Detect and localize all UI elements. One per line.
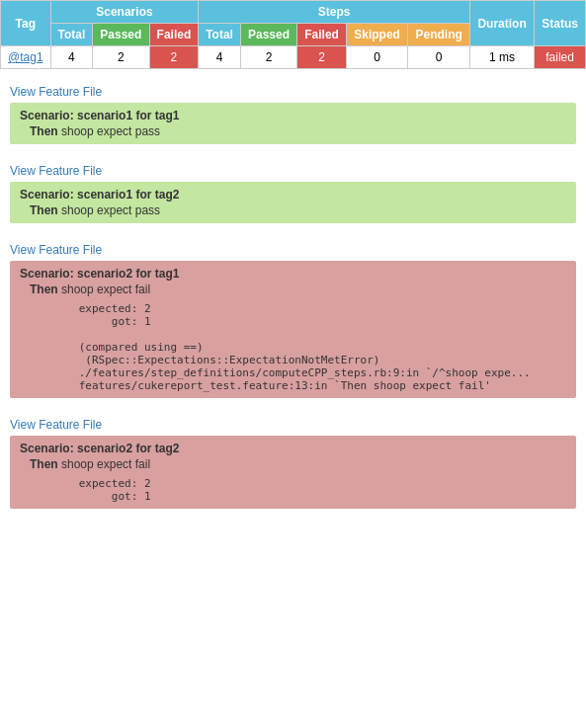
scenario-section-4: View Feature FileScenario: scenario2 for… — [0, 418, 586, 509]
step-text-1: shoop expect pass — [61, 124, 160, 138]
step-keyword-2: Then — [30, 203, 61, 217]
scenario-title-1: Scenario: scenario1 for tag1 — [20, 109, 566, 122]
step-text-2: shoop expect pass — [61, 203, 160, 217]
step-keyword-1: Then — [30, 124, 61, 138]
scenario-block-4: Scenario: scenario2 for tag2Then shoop e… — [10, 436, 576, 509]
pending-cell: 0 — [408, 46, 470, 69]
error-details-4: expected: 2 got: 1 — [40, 477, 566, 503]
col-skipped-header: Skipped — [346, 24, 407, 46]
sc-passed-cell: 2 — [93, 46, 149, 69]
col-status-header: Status — [535, 1, 586, 46]
scenario-block-2: Scenario: scenario1 for tag2Then shoop e… — [10, 182, 576, 223]
st-failed-cell: 2 — [297, 46, 347, 69]
scenario-section-3: View Feature FileScenario: scenario2 for… — [0, 243, 586, 398]
scenario-step-4: Then shoop expect fail — [30, 457, 566, 471]
col-total-header: Total — [50, 24, 93, 46]
scenario-step-3: Then shoop expect fail — [30, 283, 566, 296]
scenario-block-1: Scenario: scenario1 for tag1Then shoop e… — [10, 103, 576, 144]
scenarios-container: View Feature FileScenario: scenario1 for… — [0, 85, 586, 509]
scenario-title-4: Scenario: scenario2 for tag2 — [20, 442, 566, 455]
view-feature-link-1[interactable]: View Feature File — [10, 85, 102, 99]
steps-group-header: Steps — [199, 1, 470, 24]
col-passed-header: Passed — [93, 24, 149, 46]
step-text-3: shoop expect fail — [61, 283, 150, 296]
status-cell: failed — [535, 46, 586, 69]
step-text-4: shoop expect fail — [61, 457, 150, 471]
step-keyword-4: Then — [30, 457, 61, 471]
scenario-title-text-2: scenario1 for tag2 — [77, 188, 179, 202]
view-feature-link-2[interactable]: View Feature File — [10, 164, 102, 178]
st-passed-cell: 2 — [240, 46, 296, 69]
step-keyword-3: Then — [30, 283, 61, 296]
tag-cell[interactable]: @tag1 — [1, 46, 51, 69]
scenario-title-2: Scenario: scenario1 for tag2 — [20, 188, 566, 202]
col-st-passed-header: Passed — [240, 24, 296, 46]
scenarios-group-header: Scenarios — [50, 1, 199, 24]
scenario-title-text-1: scenario1 for tag1 — [77, 109, 179, 122]
scenario-step-2: Then shoop expect pass — [30, 203, 566, 217]
col-tag-header: Tag — [1, 1, 51, 46]
col-st-failed-header: Failed — [297, 24, 347, 46]
summary-table: Tag Scenarios Steps Duration Status Tota… — [0, 0, 586, 69]
col-pending-header: Pending — [408, 24, 470, 46]
scenario-keyword-1: Scenario: — [20, 109, 77, 122]
duration-cell: 1 ms — [470, 46, 535, 69]
error-details-3: expected: 2 got: 1 (compared using ==) (… — [40, 302, 566, 392]
sc-total-cell: 4 — [50, 46, 93, 69]
scenario-section-2: View Feature FileScenario: scenario1 for… — [0, 164, 586, 223]
scenario-section-1: View Feature FileScenario: scenario1 for… — [0, 85, 586, 144]
col-duration-header: Duration — [470, 1, 535, 46]
scenario-keyword-4: Scenario: — [20, 442, 77, 455]
table-row: @tag1 4 2 2 4 2 2 0 0 1 ms failed — [1, 46, 586, 69]
scenario-title-text-4: scenario2 for tag2 — [77, 442, 179, 455]
scenario-block-3: Scenario: scenario2 for tag1Then shoop e… — [10, 261, 576, 398]
sc-failed-cell: 2 — [149, 46, 199, 69]
view-feature-link-3[interactable]: View Feature File — [10, 243, 102, 257]
scenario-keyword-2: Scenario: — [20, 188, 77, 202]
skipped-cell: 0 — [346, 46, 407, 69]
col-st-total-header: Total — [199, 24, 241, 46]
scenario-title-text-3: scenario2 for tag1 — [77, 267, 179, 281]
scenario-step-1: Then shoop expect pass — [30, 124, 566, 138]
scenario-title-3: Scenario: scenario2 for tag1 — [20, 267, 566, 281]
scenario-keyword-3: Scenario: — [20, 267, 77, 281]
view-feature-link-4[interactable]: View Feature File — [10, 418, 102, 432]
col-failed-header: Failed — [149, 24, 199, 46]
st-total-cell: 4 — [199, 46, 241, 69]
